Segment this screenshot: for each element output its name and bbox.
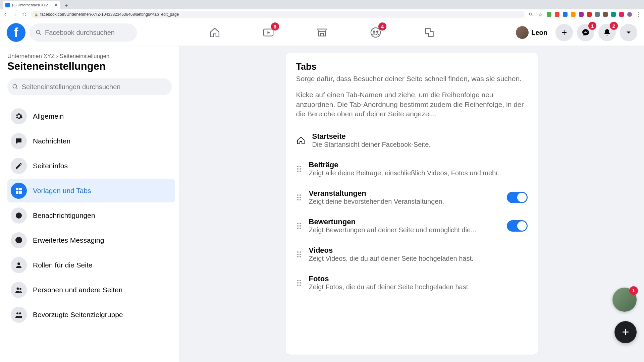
- sidebar-item-label: Bevorzugte Seitenzielgruppe: [33, 311, 123, 319]
- tab-row-beitraege[interactable]: Beiträge Zeigt alle deine Beiträge, eins…: [296, 155, 528, 183]
- ext-icon[interactable]: [619, 12, 624, 17]
- forward-button[interactable]: [12, 11, 18, 17]
- sidebar-item-rollen[interactable]: Rollen für die Seite: [7, 253, 175, 277]
- zoom-icon[interactable]: [528, 11, 534, 17]
- sidebar-item-nachrichten[interactable]: Nachrichten: [7, 129, 175, 153]
- sidebar-item-benachrichtigungen[interactable]: Benachrichtigungen: [7, 204, 175, 227]
- main-content: Tabs Sorge dafür, dass Besucher deiner S…: [179, 46, 644, 362]
- tab-desc: Zeigt alle deine Beiträge, einschließlic…: [309, 169, 528, 177]
- sidebar-item-allgemein[interactable]: Allgemein: [7, 105, 175, 128]
- globe-icon: [15, 212, 23, 220]
- nav-marketplace[interactable]: [315, 25, 329, 40]
- ext-icon[interactable]: [587, 12, 592, 17]
- drag-handle-icon[interactable]: [296, 280, 302, 286]
- drag-handle-icon[interactable]: [296, 194, 302, 200]
- drag-handle-icon[interactable]: [296, 223, 302, 229]
- tab-row-startseite[interactable]: Startseite Die Startansicht deiner Faceb…: [296, 126, 528, 155]
- grid-icon: [15, 187, 23, 195]
- search-icon: [36, 29, 42, 36]
- ext-icon[interactable]: [595, 12, 600, 17]
- fb-logo[interactable]: f: [7, 23, 25, 42]
- sidebar-item-label: Seiteninfos: [33, 162, 68, 170]
- home-icon: [296, 136, 306, 145]
- sidebar-item-label: Personen und andere Seiten: [33, 286, 122, 294]
- new-message-fab[interactable]: +: [614, 321, 637, 343]
- svg-point-2: [371, 28, 380, 37]
- ext-icon[interactable]: [603, 12, 608, 17]
- back-button[interactable]: [3, 11, 9, 17]
- lock-icon: 🔒: [34, 13, 38, 16]
- address-bar[interactable]: 🔒 facebook.com/Unternehmen-XYZ-104338234…: [31, 11, 525, 18]
- account-dropdown[interactable]: [620, 24, 637, 41]
- url-text: facebook.com/Unternehmen-XYZ-10433823463…: [40, 12, 179, 17]
- tab-row-fotos[interactable]: Fotos Zeigt Fotos, die du auf deiner Sei…: [296, 268, 528, 297]
- messenger-button[interactable]: 1: [577, 24, 594, 41]
- breadcrumb-parent[interactable]: Unternehmen XYZ: [7, 53, 55, 59]
- people-icon: [15, 311, 23, 319]
- reload-button[interactable]: [21, 11, 28, 17]
- close-icon[interactable]: ✕: [54, 3, 58, 7]
- person-icon: [15, 261, 23, 269]
- breadcrumb[interactable]: Unternehmen XYZ › Seiteneinstellungen: [7, 53, 175, 60]
- svg-point-7: [17, 288, 19, 290]
- drag-handle-icon[interactable]: [296, 251, 302, 257]
- nav-groups[interactable]: 4: [368, 25, 383, 40]
- chat-head-badge: 1: [629, 286, 638, 295]
- profile-avatar-ext[interactable]: [627, 12, 632, 17]
- chat-icon: [15, 137, 23, 145]
- fb-search[interactable]: [30, 23, 137, 42]
- sidebar-item-seiteninfos[interactable]: Seiteninfos: [7, 154, 175, 178]
- extensions-tray: ⋮: [547, 11, 641, 17]
- tab-row-bewertungen[interactable]: Bewertungen Zeigt Bewertungen auf deiner…: [296, 212, 528, 240]
- groups-badge: 4: [378, 22, 386, 31]
- new-tab-button[interactable]: +: [62, 1, 70, 9]
- toggle-switch[interactable]: [507, 220, 528, 232]
- sidebar-item-zielgruppe[interactable]: Bevorzugte Seitenzielgruppe: [7, 303, 175, 326]
- notifications-badge: 2: [610, 22, 618, 30]
- profile-chip[interactable]: Leon: [516, 26, 551, 39]
- fb-logo-letter: f: [14, 25, 18, 40]
- ext-icon[interactable]: [571, 12, 576, 17]
- drag-handle-icon[interactable]: [296, 166, 302, 172]
- sidebar-item-label: Nachrichten: [33, 137, 70, 145]
- tab-title: (3) Unternehmen XYZ | Faceb: [12, 3, 52, 7]
- sidebar: Unternehmen XYZ › Seiteneinstellungen Se…: [0, 46, 179, 362]
- sidebar-item-erweitertes-messaging[interactable]: Erweitertes Messaging: [7, 229, 175, 252]
- sidebar-item-label: Rollen für die Seite: [33, 261, 92, 269]
- nav-gaming[interactable]: [422, 25, 437, 40]
- tab-row-videos[interactable]: Videos Zeigt Videos, die du auf deiner S…: [296, 240, 528, 268]
- tabs-card: Tabs Sorge dafür, dass Besucher deiner S…: [286, 53, 538, 355]
- sidebar-item-personen-seiten[interactable]: Personen und andere Seiten: [7, 278, 175, 302]
- nav-home[interactable]: [207, 25, 222, 40]
- sidebar-item-label: Benachrichtigungen: [33, 212, 95, 220]
- messenger-icon: [15, 236, 23, 244]
- notifications-button[interactable]: 2: [598, 24, 616, 41]
- ext-icon[interactable]: [611, 12, 616, 17]
- tab-desc: Zeigt Bewertungen auf deiner Seite und e…: [309, 226, 500, 234]
- settings-search-input[interactable]: [22, 83, 167, 91]
- card-description: Sorge dafür, dass Besucher deiner Seite …: [296, 74, 528, 83]
- ext-icon[interactable]: [579, 12, 584, 17]
- fb-search-input[interactable]: [45, 29, 131, 37]
- toggle-switch[interactable]: [507, 192, 528, 203]
- nav-watch[interactable]: 9: [261, 25, 276, 40]
- tab-desc: Die Startansicht deiner Facebook-Seite.: [312, 141, 528, 148]
- settings-search[interactable]: [7, 78, 172, 95]
- pencil-icon: [15, 162, 23, 170]
- ext-icon[interactable]: [563, 12, 568, 17]
- tab-name: Startseite: [312, 132, 528, 141]
- tab-desc: Zeigt Videos, die du auf deiner Seite ho…: [309, 255, 528, 262]
- ext-icon[interactable]: [547, 12, 551, 17]
- star-icon[interactable]: ☆: [537, 11, 543, 17]
- sidebar-item-label: Vorlagen und Tabs: [33, 187, 91, 195]
- breadcrumb-current: Seiteneinstellungen: [60, 53, 109, 59]
- ext-icon[interactable]: [555, 12, 559, 17]
- menu-icon[interactable]: ⋮: [635, 11, 641, 17]
- svg-point-3: [373, 31, 375, 33]
- create-button[interactable]: [555, 24, 573, 41]
- browser-tab[interactable]: (3) Unternehmen XYZ | Faceb ✕: [3, 1, 60, 9]
- tab-row-veranstaltungen[interactable]: Veranstaltungen Zeigt deine bevorstehend…: [296, 183, 528, 212]
- chat-head[interactable]: 1: [612, 288, 637, 312]
- tab-name: Veranstaltungen: [309, 189, 500, 198]
- sidebar-item-vorlagen-tabs[interactable]: Vorlagen und Tabs: [7, 179, 175, 202]
